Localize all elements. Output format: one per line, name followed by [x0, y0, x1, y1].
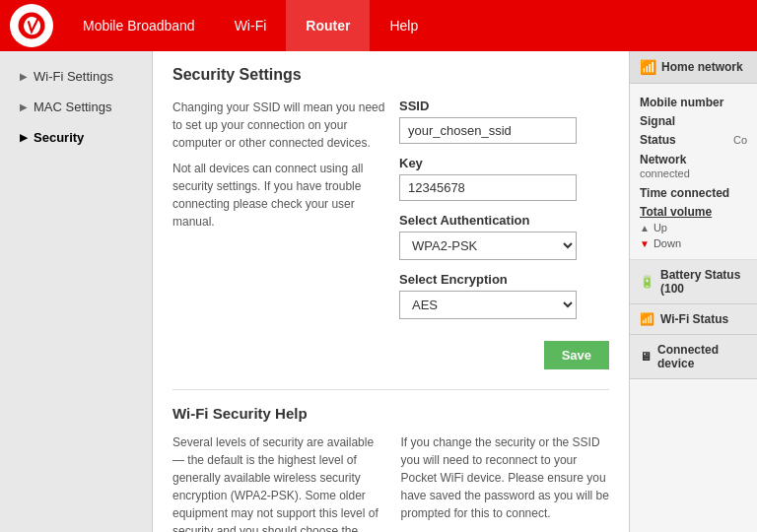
help-columns: Several levels of security are available…	[172, 433, 609, 532]
nav-mobile-broadband[interactable]: Mobile Broadband	[63, 0, 215, 51]
network-value: connected	[640, 167, 747, 182]
total-volume-label: Total volume	[640, 201, 747, 220]
top-section: Changing your SSID will mean you need to…	[172, 99, 609, 369]
down-label: Down	[654, 237, 681, 249]
key-input[interactable]	[399, 174, 577, 201]
battery-status-header[interactable]: 🔋 Battery Status (100	[630, 260, 757, 304]
arrow-icon: ▶	[20, 71, 28, 82]
battery-label: Battery Status (100	[660, 268, 747, 296]
right-panel: 📶 Home network Mobile number Signal Stat…	[629, 51, 757, 532]
main-layout: ▶ Wi-Fi Settings ▶ MAC Settings ▶ Securi…	[0, 51, 757, 532]
key-row: Key	[399, 156, 609, 201]
status-value: Co	[733, 134, 747, 149]
connected-devices-label: Connected device	[657, 343, 747, 370]
arrow-icon: ▶	[20, 101, 28, 112]
connected-devices-header[interactable]: 🖥 Connected device	[630, 335, 757, 379]
nav-wifi[interactable]: Wi-Fi	[215, 0, 287, 51]
auth-select[interactable]: WPA2-PSK WPA-PSK WEP None	[399, 232, 577, 260]
time-connected-label: Time connected	[640, 182, 747, 201]
sidebar-item-wifi-settings[interactable]: ▶ Wi-Fi Settings	[0, 61, 152, 92]
content-area: Security Settings Changing your SSID wil…	[153, 51, 629, 532]
nav-router[interactable]: Router	[286, 0, 370, 51]
save-row: Save	[399, 331, 609, 369]
devices-icon: 🖥	[640, 350, 652, 364]
nav-help[interactable]: Help	[370, 0, 438, 51]
sidebar-item-security[interactable]: ▶ Security	[0, 122, 152, 153]
sidebar: ▶ Wi-Fi Settings ▶ MAC Settings ▶ Securi…	[0, 51, 153, 532]
status-label: Status	[640, 129, 676, 148]
up-arrow-icon: ▲	[640, 223, 650, 233]
wifi-icon: 📶	[640, 312, 654, 326]
up-label: Up	[654, 222, 667, 233]
sidebar-item-mac-settings[interactable]: ▶ MAC Settings	[0, 92, 152, 122]
auth-row: Select Authentication WPA2-PSK WPA-PSK W…	[399, 213, 609, 260]
arrow-icon: ▶	[20, 132, 28, 143]
help-section: Wi-Fi Security Help Several levels of se…	[172, 389, 609, 532]
description-column: Changing your SSID will mean you need to…	[172, 99, 389, 369]
home-network-label: Home network	[661, 60, 743, 74]
ssid-input[interactable]	[399, 117, 577, 144]
description-1: Changing your SSID will mean you need to…	[172, 99, 389, 152]
auth-label: Select Authentication	[399, 213, 609, 228]
home-network-section: Mobile number Signal Status Co Network c…	[630, 84, 757, 260]
battery-icon: 🔋	[640, 275, 654, 289]
help-col-1: Several levels of security are available…	[172, 433, 381, 532]
enc-row: Select Encryption AES TKIP TKIP+AES	[399, 272, 609, 319]
enc-label: Select Encryption	[399, 272, 609, 287]
header: Mobile Broadband Wi-Fi Router Help	[0, 0, 757, 51]
network-label: Network	[640, 149, 747, 167]
form-column: SSID Key Select Authentication WPA2-PSK …	[389, 99, 609, 369]
main-nav: Mobile Broadband Wi-Fi Router Help	[63, 0, 438, 51]
wifi-status-label: Wi-Fi Status	[660, 312, 728, 326]
vodafone-logo	[10, 4, 53, 47]
signal-label: Signal	[640, 110, 747, 129]
up-row: ▲ Up	[640, 220, 747, 235]
down-row: ▼ Down	[640, 235, 747, 251]
description-2: Not all devices can connect using all se…	[172, 160, 389, 231]
wifi-status-header[interactable]: 📶 Wi-Fi Status	[630, 304, 757, 335]
home-network-header[interactable]: 📶 Home network	[630, 51, 757, 84]
page-title: Security Settings	[172, 66, 609, 84]
down-arrow-icon: ▼	[640, 238, 650, 249]
key-label: Key	[399, 156, 609, 170]
ssid-row: SSID	[399, 99, 609, 144]
mobile-number-label: Mobile number	[640, 92, 747, 110]
help-col-2: If you change the security or the SSID y…	[401, 433, 610, 532]
enc-select[interactable]: AES TKIP TKIP+AES	[399, 291, 577, 319]
wifi-signal-icon: 📶	[640, 59, 656, 75]
ssid-label: SSID	[399, 99, 609, 113]
help-title: Wi-Fi Security Help	[172, 405, 609, 422]
save-button[interactable]: Save	[544, 341, 609, 369]
